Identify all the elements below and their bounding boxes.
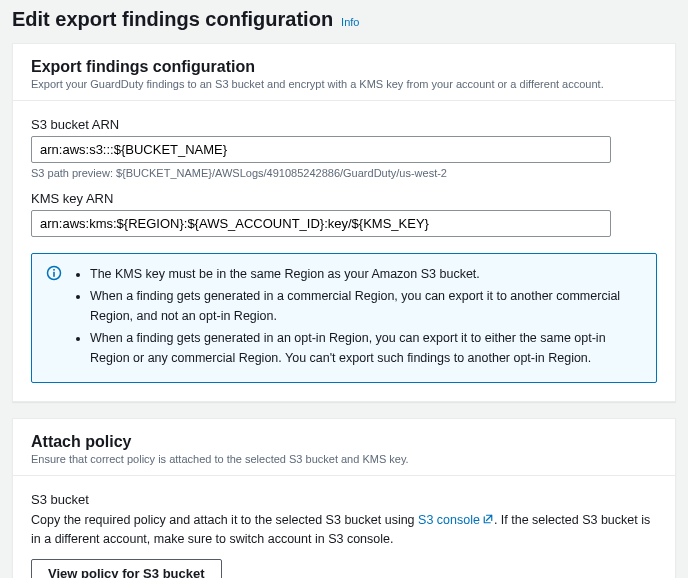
page-title-text: Edit export findings configuration [12, 8, 333, 31]
s3-console-link[interactable]: S3 console [418, 513, 494, 527]
external-link-icon [482, 513, 494, 525]
page-title: Edit export findings configuration Info [12, 8, 676, 31]
info-list: The KMS key must be in the same Region a… [72, 264, 642, 370]
s3-desc-before: Copy the required policy and attach it t… [31, 513, 418, 527]
svg-rect-1 [53, 272, 55, 277]
info-item: When a finding gets generated in a comme… [90, 286, 642, 326]
export-panel-header: Export findings configuration Export you… [13, 44, 675, 101]
s3-bucket-label: S3 bucket [31, 492, 657, 507]
info-icon [46, 265, 62, 281]
attach-panel-header: Attach policy Ensure that correct policy… [13, 419, 675, 476]
svg-rect-2 [53, 269, 55, 271]
s3-policy-block: S3 bucket Copy the required policy and a… [31, 492, 657, 578]
s3-bucket-arn-input[interactable] [31, 136, 611, 163]
view-s3-policy-button[interactable]: View policy for S3 bucket [31, 559, 222, 579]
export-panel-title: Export findings configuration [31, 58, 657, 76]
info-alert: The KMS key must be in the same Region a… [31, 253, 657, 383]
s3-console-link-text: S3 console [418, 513, 480, 527]
attach-panel-body: S3 bucket Copy the required policy and a… [13, 476, 675, 578]
kms-key-arn-label: KMS key ARN [31, 191, 657, 206]
info-item: When a finding gets generated in an opt-… [90, 328, 642, 368]
export-findings-panel: Export findings configuration Export you… [12, 43, 676, 402]
s3-bucket-arn-label: S3 bucket ARN [31, 117, 657, 132]
export-panel-subtitle: Export your GuardDuty findings to an S3 … [31, 78, 657, 90]
export-panel-body: S3 bucket ARN S3 path preview: ${BUCKET_… [13, 101, 675, 401]
info-link[interactable]: Info [341, 16, 359, 28]
info-item: The KMS key must be in the same Region a… [90, 264, 642, 284]
attach-panel-subtitle: Ensure that correct policy is attached t… [31, 453, 657, 465]
kms-key-arn-input[interactable] [31, 210, 611, 237]
s3-path-preview: S3 path preview: ${BUCKET_NAME}/AWSLogs/… [31, 167, 657, 179]
s3-policy-desc: Copy the required policy and attach it t… [31, 511, 657, 549]
attach-policy-panel: Attach policy Ensure that correct policy… [12, 418, 676, 578]
attach-panel-title: Attach policy [31, 433, 657, 451]
